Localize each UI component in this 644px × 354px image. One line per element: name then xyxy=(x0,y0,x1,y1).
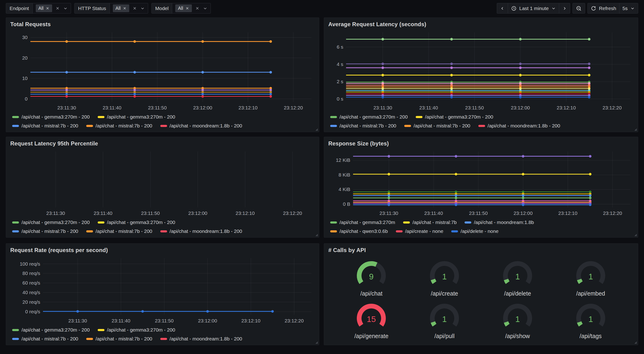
legend-item[interactable]: /api/chat - mistral:7b - 200 xyxy=(86,123,152,129)
legend-item[interactable]: /api/chat - gemma3:270m - 200 xyxy=(98,114,175,120)
panel-title[interactable]: Request Latency 95th Percentile xyxy=(10,139,315,149)
remove-option-icon[interactable] xyxy=(185,6,189,10)
legend-item[interactable]: /api/chat - mistral:7b - 200 xyxy=(330,123,396,129)
x-axis-tick-label: 23:11:40 xyxy=(102,105,121,110)
legend-item[interactable]: /api/chat - mistral:7b xyxy=(403,220,456,225)
gauge-api-tags: 1/api/tags xyxy=(554,299,627,342)
clear-selection-icon[interactable] xyxy=(132,6,137,11)
y-axis-tick-label: 4 KiB xyxy=(338,187,350,192)
selected-option-chip[interactable]: All xyxy=(36,5,52,12)
panel-title[interactable]: Average Request Latency (seconds) xyxy=(328,20,634,30)
legend-item[interactable]: /api/chat - mistral:7b - 200 xyxy=(12,228,78,234)
refresh-button[interactable]: Refresh xyxy=(588,3,619,13)
variable-value-box[interactable]: All xyxy=(33,3,71,13)
gauge-label: /api/chat xyxy=(360,290,382,297)
time-shift-back-button[interactable] xyxy=(497,3,508,13)
remove-option-icon[interactable] xyxy=(123,6,127,10)
panel-resize-handle[interactable] xyxy=(633,232,637,237)
panel-title[interactable]: # Calls by API xyxy=(328,246,634,255)
panel-title[interactable]: Request Rate (requests per second) xyxy=(10,246,315,255)
legend-item[interactable]: /api/chat - gemma3:270m - 200 xyxy=(98,327,175,333)
average-latency-chart[interactable]: 23:11:3023:11:4023:11:5023:12:0023:12:10… xyxy=(328,30,634,112)
data-point xyxy=(76,310,79,313)
legend-item[interactable]: /api/chat - mistral:7b - 200 xyxy=(86,228,152,234)
legend-item[interactable]: /api/chat - moondream:1.8b - 200 xyxy=(160,336,242,341)
legend-item[interactable]: /api/chat - moondream:1.8b - 200 xyxy=(160,228,242,234)
remove-option-icon[interactable] xyxy=(46,6,50,10)
latency-95th-chart[interactable]: 23:11:3023:11:4023:11:5023:12:0023:12:10… xyxy=(10,149,315,218)
data-point xyxy=(202,93,204,95)
panel-resize-handle[interactable] xyxy=(314,127,318,131)
timeseries-plot-area[interactable]: 23:11:3023:11:4023:11:5023:12:0023:12:10… xyxy=(10,149,315,218)
time-range-picker[interactable]: Last 1 minute xyxy=(508,3,559,13)
variable-value-box[interactable]: All xyxy=(172,3,210,13)
variable-value-box[interactable]: All xyxy=(110,3,148,13)
legend-series-label: /api/delete - none xyxy=(460,228,498,234)
panel-title[interactable]: Total Requests xyxy=(10,20,315,30)
total-requests-chart[interactable]: 23:11:3023:11:4023:11:5023:12:0023:12:10… xyxy=(10,30,315,112)
gauge-arc-segment xyxy=(506,322,508,325)
variable-label: Endpoint xyxy=(6,3,33,13)
y-axis-tick-label: 80 req/s xyxy=(22,270,40,276)
clear-selection-icon[interactable] xyxy=(195,6,200,11)
clear-selection-icon[interactable] xyxy=(56,6,60,11)
panel-average-request-latency: Average Request Latency (seconds) 23:11:… xyxy=(324,18,638,132)
legend-item[interactable]: /api/delete - none xyxy=(451,228,498,234)
legend-item[interactable]: /api/chat - mistral:7b - 200 xyxy=(12,336,78,341)
panel-resize-handle[interactable] xyxy=(633,340,637,344)
timeseries-plot-area[interactable]: 23:11:3023:11:4023:11:5023:12:0023:12:10… xyxy=(328,149,634,218)
data-point xyxy=(134,95,136,98)
legend-item[interactable]: /api/chat - mistral:7b - 200 xyxy=(86,336,152,341)
chevron-down-icon[interactable] xyxy=(140,6,145,11)
legend-item[interactable]: /api/chat - gemma3:270m - 200 xyxy=(12,114,90,120)
y-axis-tick-label: 12 KiB xyxy=(336,157,350,163)
data-point xyxy=(589,173,592,175)
time-shift-forward-button[interactable] xyxy=(559,3,570,13)
gauge-label: /api/show xyxy=(505,333,530,339)
panel-resize-handle[interactable] xyxy=(314,340,318,344)
selected-option-chip[interactable]: All xyxy=(113,5,129,12)
response-size-chart[interactable]: 23:11:3023:11:4023:11:5023:12:0023:12:10… xyxy=(328,149,634,218)
legend-item[interactable]: /api/chat - gemma3:270m - 200 xyxy=(416,114,493,120)
request-rate-chart[interactable]: 23:11:3023:11:4023:11:5023:12:0023:12:10… xyxy=(10,255,315,325)
legend-item[interactable]: /api/chat - moondream:1.8b - 200 xyxy=(478,123,560,129)
legend-item[interactable]: /api/chat - mistral:7b - 200 xyxy=(12,123,78,129)
legend-item[interactable]: /api/chat - moondream:1.8b xyxy=(464,220,534,225)
refresh-interval-picker[interactable]: 5s xyxy=(619,3,638,13)
legend-item[interactable]: /api/chat - gemma3:270m - 200 xyxy=(12,327,90,333)
legend-item[interactable]: /api/create - none xyxy=(396,228,443,234)
gauge-label: /api/generate xyxy=(354,333,388,339)
data-point xyxy=(202,95,204,98)
variable-label: HTTP Status xyxy=(74,3,110,13)
legend-item[interactable]: /api/chat - gemma3:270m - 200 xyxy=(98,220,175,225)
legend-item[interactable]: /api/chat - mistral:7b - 200 xyxy=(404,123,470,129)
data-point xyxy=(519,63,522,65)
x-axis-tick-label: 23:11:40 xyxy=(112,318,130,323)
zoom-out-time-button[interactable] xyxy=(573,3,585,13)
legend-item[interactable]: /api/chat - gemma3:270m xyxy=(330,220,395,225)
gauge-value: 15 xyxy=(367,314,376,324)
chevron-down-icon[interactable] xyxy=(203,6,208,11)
timeseries-plot-area[interactable]: 23:11:3023:11:4023:11:5023:12:0023:12:10… xyxy=(10,30,315,112)
timeseries-plot-area[interactable]: 23:11:3023:11:4023:11:5023:12:0023:12:10… xyxy=(328,30,634,112)
legend-item[interactable]: /api/chat - qwen3:0.6b xyxy=(330,228,388,234)
legend-series-label: /api/chat - gemma3:270m - 200 xyxy=(425,114,493,120)
legend-item[interactable]: /api/chat - moondream:1.8b - 200 xyxy=(160,123,242,129)
selected-option-chip[interactable]: All xyxy=(175,5,192,12)
data-point xyxy=(522,155,524,158)
legend-item[interactable]: /api/chat - gemma3:270m - 200 xyxy=(330,114,408,120)
panel-title[interactable]: Response Size (bytes) xyxy=(328,139,634,149)
legend-series-swatch xyxy=(12,221,19,223)
data-point xyxy=(589,203,592,206)
panel-resize-handle[interactable] xyxy=(633,127,637,131)
timeseries-plot-area[interactable]: 23:11:3023:11:4023:11:5023:12:0023:12:10… xyxy=(10,255,315,325)
data-point xyxy=(271,310,274,313)
panel-resize-handle[interactable] xyxy=(314,232,318,237)
time-range-label: Last 1 minute xyxy=(519,6,549,11)
legend-item[interactable]: /api/chat - gemma3:270m - 200 xyxy=(12,220,90,225)
y-axis-tick-label: 10 xyxy=(22,76,28,81)
chevron-down-icon[interactable] xyxy=(63,6,68,11)
x-axis-tick-label: 23:11:30 xyxy=(380,210,398,216)
data-point xyxy=(519,74,522,77)
gauge-arc: 1 xyxy=(570,259,611,290)
